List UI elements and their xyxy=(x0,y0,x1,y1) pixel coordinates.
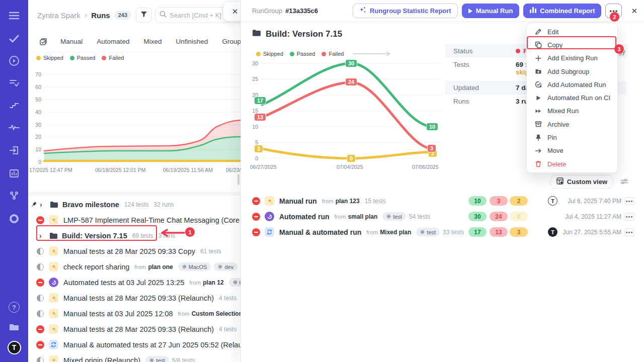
run-row[interactable]: Manual tests at 28 Mar 2025 09:33 (Relau… xyxy=(28,290,240,306)
manual-run-icon xyxy=(49,215,58,225)
menu-item-add-existing-run[interactable]: Add Existing Run xyxy=(527,52,617,65)
tab-manual[interactable]: Manual xyxy=(60,38,83,45)
menu-item-archive[interactable]: Archive xyxy=(527,118,617,131)
manual-run-icon xyxy=(265,196,274,206)
menu-item-delete[interactable]: Delete xyxy=(527,157,617,170)
row-more-button[interactable]: ••• xyxy=(624,197,634,205)
tab-automated[interactable]: Automated xyxy=(97,38,129,45)
statistic-report-button[interactable]: Rungroup Statistic Report xyxy=(353,4,458,18)
status-partial-icon xyxy=(37,248,44,255)
play-circle-icon[interactable] xyxy=(0,53,28,68)
annotation-box-copy-item xyxy=(527,36,616,49)
tab-mixed[interactable]: Mixed xyxy=(144,38,162,45)
runs-history-chart: 70 60 50 40 30 20 10 0 17/2025 12:47 xyxy=(28,63,240,168)
menu-item-add-automated-run[interactable]: Add Automated Run xyxy=(527,78,617,91)
list-check-icon[interactable] xyxy=(0,75,28,90)
run-row[interactable]: Manual tests at 28 Mar 2025 09:33 (Relau… xyxy=(28,321,240,337)
help-icon[interactable]: ? xyxy=(0,300,28,315)
run-row[interactable]: Manual tests at 03 Jul 2025 12:08 from C… xyxy=(28,306,240,321)
run-row[interactable]: check report sharing from plan one MacOS… xyxy=(28,259,240,275)
assignee-avatar: T xyxy=(548,196,557,206)
projects-folder-icon[interactable] xyxy=(0,320,28,335)
app-sidebar: ? T xyxy=(0,0,28,362)
custom-view-button[interactable]: Custom view xyxy=(550,175,613,189)
fast-forward-icon xyxy=(535,108,542,115)
passed-dot xyxy=(70,56,74,60)
filter-button[interactable] xyxy=(136,8,152,23)
close-panel-icon[interactable]: ✕ xyxy=(631,7,637,16)
env-chip: test xyxy=(229,278,240,287)
status-failed-icon xyxy=(252,213,260,221)
play-icon xyxy=(535,95,542,102)
pin-icon xyxy=(31,201,37,208)
skipped-dot xyxy=(36,56,41,60)
rungroup-run-row[interactable]: Manual & automated run from Mixed plan t… xyxy=(241,224,644,240)
menu-icon[interactable] xyxy=(0,8,28,23)
rungroup-title: Build: Version 7.15 xyxy=(252,29,342,39)
rungroup-type-label: RunGroup xyxy=(252,7,282,15)
chevron-expand-icon[interactable]: › xyxy=(40,201,47,209)
check-icon[interactable] xyxy=(0,31,28,46)
select-runs-icon[interactable] xyxy=(39,38,47,46)
rungroup-run-row[interactable]: Manual run from plan 123 15 tests 10 3 2… xyxy=(241,193,644,209)
status-failed-icon xyxy=(252,197,260,205)
run-row[interactable]: Mixed origin (Relaunch) test 5/8 tests xyxy=(28,352,240,362)
folder-icon xyxy=(50,201,58,208)
menu-item-mixed-run[interactable]: Mixed Run xyxy=(527,105,617,118)
user-avatar[interactable]: T xyxy=(0,340,28,355)
trash-icon xyxy=(535,160,542,167)
env-chip: test xyxy=(145,356,169,362)
rungroup-run-row[interactable]: Automated run from small plan test 54 te… xyxy=(241,209,644,224)
run-row[interactable]: Manual tests at 28 Mar 2025 09:33 Copy 6… xyxy=(28,243,240,259)
passed-count: 30 xyxy=(468,212,487,221)
activity-icon[interactable] xyxy=(0,120,28,135)
rungroup-header: RunGroup #13a335c6 Rungroup Statistic Re… xyxy=(241,0,644,22)
branch-icon[interactable] xyxy=(0,188,28,203)
status-failed-icon xyxy=(252,228,260,236)
breadcrumb-project[interactable]: Zyntra Spark xyxy=(37,11,80,20)
legend-failed: Failed xyxy=(109,55,124,61)
bar-chart-icon[interactable] xyxy=(0,166,28,181)
folder-icon xyxy=(252,29,261,39)
row-more-button[interactable]: ••• xyxy=(624,228,634,236)
search-input[interactable] xyxy=(170,12,225,19)
app-window: ? T Zyntra Spark › Runs 243 Manual Autom… xyxy=(0,0,644,362)
folder-plus-icon xyxy=(535,68,542,75)
steps-icon[interactable] xyxy=(0,98,28,113)
search-box[interactable] xyxy=(155,7,230,23)
menu-item-move[interactable]: Move xyxy=(527,144,617,157)
tab-groups[interactable]: Groups xyxy=(222,38,240,45)
rungroup-id: #13a335c6 xyxy=(285,7,318,15)
panel-divider xyxy=(28,192,240,195)
manual-run-button[interactable]: Manual Run xyxy=(462,4,520,18)
filter-icon xyxy=(140,11,148,20)
menu-item-automated-run-ci[interactable]: Automated Run on CI xyxy=(527,91,617,104)
run-row[interactable]: Automated tests at 03 Jul 2025 13:25 fro… xyxy=(28,275,240,290)
filters-sliders-icon[interactable] xyxy=(620,178,628,187)
status-partial-icon xyxy=(37,263,44,270)
passed-count: 17 xyxy=(468,227,487,237)
combined-report-button[interactable]: Combined Report xyxy=(523,4,601,18)
row-more-button[interactable]: ••• xyxy=(624,213,634,221)
status-partial-icon xyxy=(37,295,44,302)
scrollbar-thumb[interactable] xyxy=(237,174,239,185)
sign-in-icon[interactable] xyxy=(0,143,28,158)
status-failed-icon xyxy=(36,341,44,349)
menu-item-add-subgroup[interactable]: Add Subgroup xyxy=(527,65,617,78)
group-row-bravo[interactable]: › Bravo milestone 124 tests 32 runs xyxy=(28,197,240,212)
run-row[interactable]: Manual & automated tests at 27 Jun 2025 … xyxy=(28,337,240,352)
tab-unfinished[interactable]: Unfinished xyxy=(176,38,208,45)
breadcrumb-section: Runs xyxy=(91,11,110,20)
env-chip: MacOS xyxy=(178,262,211,271)
bar-chart-icon xyxy=(530,7,536,15)
annotation-step-1: 1 xyxy=(185,227,195,237)
breadcrumb-separator: › xyxy=(85,11,87,20)
annotation-box-build-row xyxy=(36,225,157,241)
mixed-run-icon xyxy=(49,340,58,349)
skipped-count: 2 xyxy=(510,196,528,206)
passed-count: 10 xyxy=(468,196,487,206)
settings-gear-icon[interactable] xyxy=(0,211,28,226)
failed-count: 3 xyxy=(490,196,508,206)
runs-panel: Zyntra Spark › Runs 243 Manual Automated… xyxy=(28,0,240,362)
menu-item-pin[interactable]: Pin xyxy=(527,131,617,144)
